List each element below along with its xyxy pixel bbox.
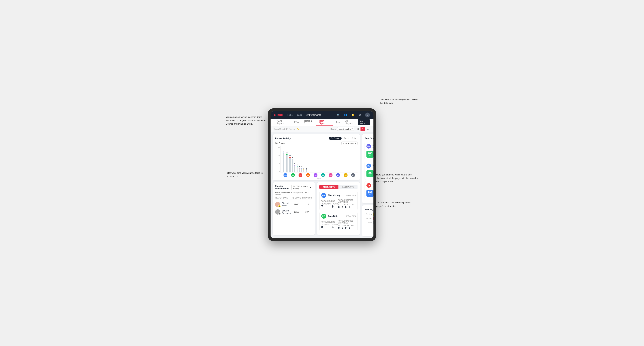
apc-putt-val-1: 1 — [348, 206, 350, 208]
lb-header: Practice Leaderboards PUTT Must Make Put… — [275, 185, 312, 190]
y-label-15: 15 — [278, 146, 280, 148]
apc-arg-val-2: 0 — [345, 226, 346, 229]
pill-on-course[interactable]: On Course — [329, 137, 342, 140]
shot-player-details-2: Blair McHarg 23 Jul 2023 · Ashridge GC — [372, 164, 374, 168]
edit-icon[interactable]: ✏️ — [296, 128, 299, 130]
user-avatar[interactable]: U — [365, 113, 370, 117]
bar-group-1: 12 — [286, 152, 288, 172]
apc-name-2: Rees Britt — [328, 215, 338, 217]
show-label: Show: — [330, 128, 336, 130]
apc-arg-label-2: ARG — [347, 224, 350, 226]
chart-dropdown[interactable]: Total Rounds ▾ — [342, 142, 358, 145]
bs-title: Best Shots — [364, 137, 374, 140]
tab-hcaps[interactable]: Hcaps 1-5 — [302, 119, 316, 126]
apc-practice-activities-label-1: Total Practice Activities — [338, 199, 356, 203]
users-icon[interactable]: 👥 — [343, 113, 348, 117]
lb-row-2: 2 Edward Crossman 18/20 107 — [275, 208, 312, 216]
bar-value-7: 3 — [301, 166, 302, 168]
lb-score-avg-1: 110 — [302, 203, 312, 206]
mini-avatar-2: DF — [298, 173, 302, 177]
bar-2 — [289, 157, 291, 172]
lb-columns: PLAYER NAME PB SCORE PB AVG SQ — [275, 197, 312, 200]
add-team-button[interactable]: Add Team — [358, 119, 370, 125]
y-axis: 15 10 5 0 — [275, 146, 280, 173]
x-axis-label: Players — [280, 178, 358, 180]
right-column: Best Shots All Shots ▾ All Players ▾ — [362, 134, 374, 236]
shot-score-value-3: 198 — [368, 191, 372, 194]
bar-value-6: 3 — [299, 166, 300, 168]
apc-player-name-2: Rees Britt — [328, 215, 338, 217]
annotation-mid-left: Filter what data you wish the table to b… — [226, 171, 264, 178]
score-bar-row-birdies: Birdies 96 — [364, 217, 374, 220]
apc-tournament-label-2: Tournament — [321, 224, 330, 226]
time-filter-value: Last 3 months — [339, 128, 351, 130]
shot-avatar-1: MM — [366, 144, 371, 149]
lb-title: Practice Leaderboards — [275, 185, 292, 190]
main-content: Player Activity On Course Practice Drill… — [270, 132, 374, 238]
plus-icon[interactable]: ⊕ — [358, 113, 362, 117]
tab-all-players[interactable]: All Players — [343, 119, 357, 126]
bs-header: Best Shots All Shots ▾ All Players ▾ — [364, 137, 374, 140]
nav-links: Home Teams My Performance — [287, 114, 332, 116]
lb-score-pb-2: 18/20 — [292, 211, 302, 213]
chart-dropdown-label: Total Rounds — [343, 142, 354, 144]
avatar-item-3: JC — [305, 173, 311, 177]
mini-avatar-8: EC — [344, 173, 348, 177]
annotation-top-left: You can select which player is doing the… — [226, 115, 266, 126]
shot-player-name-3: David Ford — [372, 183, 374, 186]
grid-view-button[interactable]: ⊞ — [356, 127, 360, 131]
active-tabs: Most Active Least Active — [320, 185, 358, 189]
lb-rank-badge-2: 2 — [278, 212, 281, 215]
eagles-label: Eagles — [364, 213, 372, 215]
nav-link-home[interactable]: Home — [287, 114, 292, 116]
shot-player-name-1: Matt Miller — [372, 144, 374, 147]
list-view-button[interactable]: ☰ — [366, 127, 370, 131]
tab-most-active[interactable]: Most Active — [320, 185, 338, 189]
avatar-item-1: BB — [290, 173, 296, 177]
shot-score-sub-2: SG — [369, 174, 371, 176]
tab-pgat-players[interactable]: PGAT Players — [274, 119, 291, 126]
lb-rank-badge-1: 1 — [278, 205, 281, 207]
search-icon[interactable]: 🔍 — [336, 113, 340, 117]
nav-link-myperformance[interactable]: My Performance — [306, 114, 321, 116]
lb-rank-avatar-1: 1 — [275, 202, 280, 207]
left-column: Player Activity On Course Practice Drill… — [273, 134, 360, 236]
bar-group-6: 3 — [299, 166, 300, 172]
tab-least-active[interactable]: Least Active — [338, 185, 358, 189]
apc-practice-val-2: 4 — [332, 226, 338, 229]
avatar-item-4: EE — [312, 173, 319, 177]
team-header: Team Clippd 14 Players ✏️ Show: Last 3 m… — [270, 126, 374, 132]
bar-value-3: 9 — [292, 157, 293, 158]
bar-group-2: 10 — [289, 155, 291, 172]
y-label-5: 5 — [279, 163, 280, 164]
shot-score-sub-3: SG — [369, 194, 371, 195]
time-filter-dropdown[interactable]: Last 3 months ▾ — [337, 127, 354, 131]
mini-avatar-0: BM — [284, 173, 287, 177]
heart-view-button[interactable]: ♥ — [360, 127, 365, 131]
active-player-2: RB Rees Britt 02 Sep 2023 — [320, 212, 358, 231]
lb-player-name-2: Edward Crossman — [282, 209, 292, 214]
chart-section-header: On Course Total Rounds ▾ — [275, 142, 358, 145]
tab-pga[interactable]: PGA — [292, 119, 301, 126]
nav-icons: 🔍 👥 🔔 ⊕ U — [336, 113, 370, 117]
chart-with-axis: 15 10 5 0 1312109543322 — [275, 146, 358, 173]
shot-player-row-2: BM Blair McHarg 23 Jul 2023 · Ashridge G… — [366, 164, 374, 168]
bell-icon[interactable]: 🔔 — [350, 113, 355, 117]
mini-avatar-4: EE — [314, 173, 318, 177]
apc-practice-val-1: 6 — [332, 205, 338, 208]
lb-dropdown[interactable]: PUTT Must Make Putting ... ▾ — [292, 185, 312, 190]
apc-gtt-label-1: GTT — [338, 204, 342, 206]
tab-tour[interactable]: Tour — [334, 119, 342, 126]
lb-score-avg-2: 107 — [302, 211, 312, 213]
nav-link-teams[interactable]: Teams — [296, 114, 302, 116]
birdies-bar — [373, 217, 374, 220]
card-title: Player Activity — [275, 137, 291, 140]
pill-practice-drills[interactable]: Practice Drills — [342, 137, 358, 140]
bar-group-9: 2 — [306, 167, 306, 172]
tab-team-clippd[interactable]: Team Clippd — [316, 119, 333, 126]
bar-7 — [301, 168, 302, 172]
shot-date-3: 24 Aug 2023 — [372, 186, 374, 188]
mini-avatar-7: MM — [336, 173, 340, 177]
bar-3 — [292, 159, 293, 172]
chart-dropdown-arrow: ▾ — [355, 142, 356, 144]
